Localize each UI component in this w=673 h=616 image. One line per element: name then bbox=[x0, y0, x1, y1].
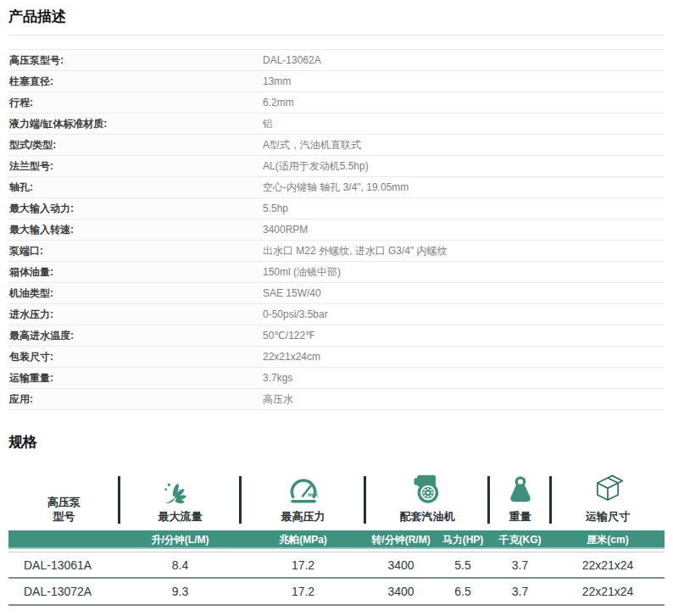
spec-col-model: 高压泵 型号 bbox=[8, 464, 120, 530]
spec-value-cell: 3400 bbox=[365, 552, 437, 579]
description-row: 应用:高压水 bbox=[8, 389, 665, 410]
unit-cell: 马力(HP) bbox=[437, 530, 489, 552]
description-row-value: A型式，汽油机直联式 bbox=[263, 135, 665, 155]
spec-col-shipping: 运输尺寸 bbox=[551, 464, 665, 530]
spec-value-cell: 17.2 bbox=[241, 552, 365, 579]
description-row: 最大输入动力:5.5hp bbox=[8, 198, 665, 219]
description-row: 高压泵型号:DAL-13062A bbox=[8, 50, 665, 71]
engine-icon bbox=[410, 472, 444, 506]
specs-icon-header-row: 高压泵 型号 bbox=[8, 464, 665, 530]
water-splash-icon bbox=[164, 474, 197, 506]
description-row-label: 液力端/缸体标准材质: bbox=[8, 114, 263, 134]
description-row-label: 最大输入动力: bbox=[8, 198, 263, 219]
description-section: 产品描述 高压泵型号:DAL-13062A柱塞直径:13mm行程:6.2mm液力… bbox=[8, 7, 665, 410]
description-row-value: 3400RPM bbox=[263, 219, 665, 240]
spec-value-cell: 17.2 bbox=[241, 579, 365, 606]
spec-col-model-label: 高压泵 型号 bbox=[47, 495, 81, 524]
description-row-value: 3.7kgs bbox=[263, 368, 665, 388]
spec-col-max-pressure-label: 最高压力 bbox=[281, 509, 325, 524]
spec-col-weight-label: 重量 bbox=[509, 509, 531, 524]
description-row-label: 最高进水温度: bbox=[8, 325, 263, 346]
description-row-label: 法兰型号: bbox=[8, 156, 263, 176]
description-row: 进水压力:0-50psi/3.5bar bbox=[8, 304, 665, 325]
description-row: 法兰型号:AL(适用于发动机5.5hp) bbox=[8, 156, 665, 177]
model-cell: DAL-13072A bbox=[8, 579, 120, 606]
description-row-value: 高压水 bbox=[263, 389, 665, 409]
spec-col-max-pressure: MAX 最高压力 bbox=[241, 464, 365, 530]
description-row: 柱塞直径:13mm bbox=[8, 71, 665, 92]
description-row-value: 空心-内键轴 轴孔 3/4", 19.05mm bbox=[263, 177, 665, 197]
description-row-value: 出水口 M22 外螺纹, 进水口 G3/4" 内螺纹 bbox=[263, 241, 665, 261]
description-row-label: 行程: bbox=[8, 92, 263, 113]
description-row-label: 轴孔: bbox=[8, 177, 263, 197]
unit-cell: 转/分钟(R/M) bbox=[365, 530, 437, 552]
unit-cell: 千克(KG) bbox=[489, 530, 551, 552]
specs-section: 规格 高压泵 型号 bbox=[8, 432, 665, 606]
description-row-label: 泵端口: bbox=[8, 241, 263, 261]
description-row: 最大输入转速:3400RPM bbox=[8, 219, 665, 241]
spec-data-row: DAL-13061A8.417.234005.53.722x21x24 bbox=[8, 552, 665, 579]
spec-value-cell: 6.5 bbox=[437, 579, 489, 606]
spec-data-row: DAL-13072A9.317.234006.53.722x21x24 bbox=[8, 579, 665, 606]
unit-cell: 升/分钟(L/M) bbox=[120, 530, 241, 552]
spec-value-cell: 3400 bbox=[365, 579, 437, 606]
svg-text:MAX: MAX bbox=[308, 492, 318, 497]
spec-value-cell: 5.5 bbox=[437, 552, 489, 579]
description-table: 高压泵型号:DAL-13062A柱塞直径:13mm行程:6.2mm液力端/缸体标… bbox=[8, 49, 665, 410]
description-row: 机油类型:SAE 15W/40 bbox=[8, 283, 665, 304]
specs-title: 规格 bbox=[8, 432, 665, 452]
description-row-value: 13mm bbox=[263, 71, 665, 92]
description-row-label: 包装尺寸: bbox=[8, 347, 263, 367]
description-row-label: 应用: bbox=[8, 389, 263, 409]
description-row: 箱体油量:150ml (油镜中部) bbox=[8, 262, 665, 283]
unit-cell: 兆帕(MPa) bbox=[241, 530, 365, 552]
description-title: 产品描述 bbox=[8, 7, 665, 27]
spec-value-cell: 22x21x24 bbox=[551, 552, 665, 579]
description-row: 泵端口:出水口 M22 外螺纹, 进水口 G3/4" 内螺纹 bbox=[8, 241, 665, 262]
description-row: 运输重量:3.7kgs bbox=[8, 368, 665, 389]
spec-value-cell: 9.3 bbox=[120, 579, 241, 606]
specs-table: 高压泵 型号 bbox=[8, 464, 665, 606]
spec-col-engine-label: 配套汽油机 bbox=[400, 509, 455, 524]
description-row-label: 运输重量: bbox=[8, 368, 263, 388]
specs-unit-header-row: 升/分钟(L/M) 兆帕(MPa) 转/分钟(R/M) 马力(HP) 千克(KG… bbox=[8, 530, 665, 552]
description-row-value: 6.2mm bbox=[263, 92, 665, 113]
spec-value-cell: 8.4 bbox=[120, 552, 241, 579]
description-row-label: 柱塞直径: bbox=[8, 71, 263, 92]
description-row-value: DAL-13062A bbox=[263, 50, 665, 70]
spec-col-weight: 重量 bbox=[489, 464, 551, 530]
description-row-label: 最大输入转速: bbox=[8, 219, 263, 240]
description-row: 行程:6.2mm bbox=[8, 92, 665, 114]
spec-col-max-flow-label: 最大流量 bbox=[159, 509, 203, 524]
description-row-label: 型式/类型: bbox=[8, 135, 263, 155]
spec-value-cell: 3.7 bbox=[489, 579, 551, 606]
description-row-value: 50℃/122℉ bbox=[263, 325, 665, 346]
description-row: 最高进水温度:50℃/122℉ bbox=[8, 325, 665, 347]
spec-value-cell: 3.7 bbox=[489, 552, 551, 579]
weight-icon bbox=[506, 474, 535, 506]
specs-table-body: DAL-13061A8.417.234005.53.722x21x24DAL-1… bbox=[8, 552, 665, 606]
description-row-value: 0-50psi/3.5bar bbox=[263, 304, 665, 325]
spec-col-engine: 配套汽油机 bbox=[365, 464, 489, 530]
description-row-value: SAE 15W/40 bbox=[263, 283, 665, 303]
description-row-label: 高压泵型号: bbox=[8, 50, 263, 70]
spec-value-cell: 22x21x24 bbox=[551, 579, 665, 606]
unit-cell bbox=[8, 530, 120, 552]
unit-cell: 厘米(cm) bbox=[551, 530, 665, 552]
description-row: 液力端/缸体标准材质:铝 bbox=[8, 114, 665, 135]
description-row-value: 150ml (油镜中部) bbox=[263, 262, 665, 282]
description-row-value: 铝 bbox=[263, 114, 665, 134]
description-row-value: 5.5hp bbox=[263, 198, 665, 219]
description-row-label: 箱体油量: bbox=[8, 262, 263, 282]
description-row-label: 进水压力: bbox=[8, 304, 263, 325]
model-cell: DAL-13061A bbox=[8, 552, 120, 579]
description-row-label: 机油类型: bbox=[8, 283, 263, 303]
pressure-gauge-icon: MAX bbox=[286, 474, 321, 506]
description-row: 包装尺寸:22x21x24cm bbox=[8, 347, 665, 368]
spec-col-max-flow: 最大流量 bbox=[120, 464, 241, 530]
description-row-value: AL(适用于发动机5.5hp) bbox=[263, 156, 665, 176]
spec-col-shipping-label: 运输尺寸 bbox=[586, 509, 630, 524]
description-row-value: 22x21x24cm bbox=[263, 347, 665, 367]
product-page: 产品描述 高压泵型号:DAL-13062A柱塞直径:13mm行程:6.2mm液力… bbox=[0, 0, 673, 606]
description-row: 轴孔:空心-内键轴 轴孔 3/4", 19.05mm bbox=[8, 177, 665, 198]
